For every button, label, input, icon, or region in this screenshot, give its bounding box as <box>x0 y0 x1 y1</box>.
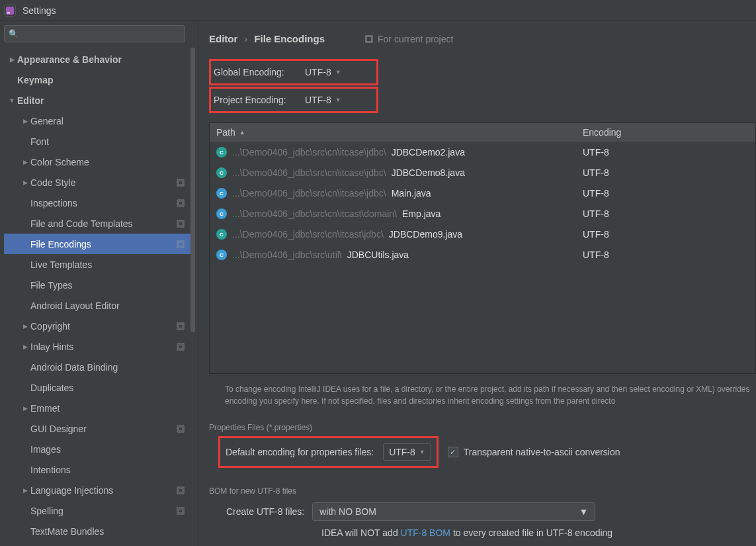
tree-item-font[interactable]: Font <box>4 131 192 152</box>
chevron-right-icon[interactable] <box>20 343 30 350</box>
encoding-table: Path ▲ Encoding C...\Demo0406_jdbc\src\c… <box>209 122 756 374</box>
svg-rect-17 <box>179 488 183 492</box>
bom-label: Create UTF-8 files: <box>226 506 304 517</box>
tree-item-file-and-code-templates[interactable]: File and Code Templates <box>4 213 192 234</box>
table-row[interactable]: C...\Demo0406_jdbc\src\cn\itcase\jdbc\JD… <box>210 162 755 183</box>
svg-rect-9 <box>179 242 183 246</box>
project-encoding-row: Project Encoding: UTF-8 ▼ <box>209 87 378 113</box>
table-row[interactable]: C...\Demo0406_jdbc\src\cn\itcast\domain\… <box>210 203 755 224</box>
chevron-right-icon[interactable] <box>20 487 30 494</box>
tree-item-keymap[interactable]: Keymap <box>4 69 192 90</box>
tree-item-editor[interactable]: Editor <box>4 90 192 111</box>
chevron-right-icon[interactable] <box>20 405 30 412</box>
breadcrumb-root: Editor <box>209 33 237 44</box>
tree-item-code-style[interactable]: Code Style <box>4 172 192 193</box>
cell-encoding[interactable]: UTF-8 <box>576 167 616 178</box>
cell-encoding[interactable]: UTF-8 <box>576 229 616 240</box>
tree-item-spelling[interactable]: Spelling <box>4 500 192 521</box>
tree-label: General <box>30 116 190 126</box>
cell-encoding[interactable]: UTF-8 <box>576 188 616 199</box>
table-row[interactable]: C...\Demo0406_jdbc\src\cn\itcase\jdbc\JD… <box>210 142 755 162</box>
breadcrumb: Editor › File Encodings For current proj… <box>209 33 756 44</box>
tree-label: Appearance & Behavior <box>17 54 190 65</box>
svg-rect-7 <box>179 222 183 226</box>
cell-encoding[interactable]: UTF-8 <box>576 250 616 260</box>
tree-label: Language Injections <box>30 485 177 496</box>
tree-item-android-layout-editor[interactable]: Android Layout Editor <box>4 295 192 316</box>
chevron-down-icon: ▼ <box>419 449 425 455</box>
bom-row: Create UTF-8 files: with NO BOM ▼ <box>226 502 756 521</box>
tree-label: Android Data Binding <box>30 362 190 373</box>
project-scope-icon <box>177 179 185 187</box>
cell-path: C...\Demo0406_jdbc\src\cn\itcast\domain\… <box>210 208 576 219</box>
table-row[interactable]: C...\Demo0406_jdbc\src\cn\itcast\jdbc\JD… <box>210 224 755 244</box>
tree-item-file-types[interactable]: File Types <box>4 275 192 295</box>
tree-label: Live Templates <box>30 259 190 270</box>
svg-rect-3 <box>179 181 183 185</box>
java-class-icon: C <box>216 229 227 240</box>
tree-item-general[interactable]: General <box>4 111 192 131</box>
tree-item-file-encodings[interactable]: File Encodings <box>4 234 192 254</box>
window-title: Settings <box>22 5 56 16</box>
tree-label: Copyright <box>30 321 177 332</box>
java-class-icon: C <box>216 147 227 158</box>
transparent-ascii-checkbox[interactable]: ✓ Transparent native-to-ascii conversion <box>448 447 620 457</box>
col-encoding[interactable]: Encoding <box>576 127 628 138</box>
chevron-down-icon: ▼ <box>335 97 341 103</box>
tree-item-intentions[interactable]: Intentions <box>4 459 192 480</box>
tree-item-inspections[interactable]: Inspections <box>4 193 192 213</box>
java-class-icon: C <box>216 250 227 260</box>
tree-item-android-data-binding[interactable]: Android Data Binding <box>4 357 192 377</box>
scrollbar[interactable] <box>190 48 195 332</box>
cell-encoding[interactable]: UTF-8 <box>576 147 616 158</box>
properties-encoding-combo[interactable]: UTF-8 ▼ <box>383 443 431 461</box>
tree-item-live-templates[interactable]: Live Templates <box>4 254 192 275</box>
svg-rect-13 <box>179 345 183 349</box>
global-encoding-combo[interactable]: UTF-8 ▼ <box>300 64 347 81</box>
tree-label: Emmet <box>30 403 190 414</box>
utf8-bom-link[interactable]: UTF-8 BOM <box>401 527 450 538</box>
chevron-right-icon[interactable] <box>20 159 30 165</box>
search-input[interactable]: 🔍 <box>4 25 185 42</box>
project-encoding-combo[interactable]: UTF-8 ▼ <box>300 91 347 109</box>
tree-label: File and Code Templates <box>30 218 177 229</box>
tree-item-appearance-behavior[interactable]: Appearance & Behavior <box>4 49 192 69</box>
tree-item-duplicates[interactable]: Duplicates <box>4 377 192 398</box>
tree-item-textmate-bundles[interactable]: TextMate Bundles <box>4 521 192 541</box>
cell-encoding[interactable]: UTF-8 <box>576 208 616 219</box>
tree-label: Spelling <box>30 506 177 516</box>
project-scope-icon <box>177 322 185 330</box>
col-path[interactable]: Path ▲ <box>210 127 576 138</box>
project-encoding-label: Project Encoding: <box>214 95 300 105</box>
tree-item-inlay-hints[interactable]: Inlay Hints <box>4 336 192 357</box>
chevron-right-icon[interactable] <box>20 118 30 124</box>
tree-item-language-injections[interactable]: Language Injections <box>4 480 192 500</box>
chevron-down-icon[interactable] <box>7 97 17 104</box>
tree-item-emmet[interactable]: Emmet <box>4 398 192 418</box>
tree-item-copyright[interactable]: Copyright <box>4 316 192 336</box>
chevron-right-icon[interactable] <box>20 323 30 330</box>
cell-path: C...\Demo0406_jdbc\src\util\JDBCUtils.ja… <box>210 250 576 260</box>
project-scope-icon <box>177 240 185 248</box>
properties-row: Default encoding for properties files: U… <box>218 436 439 468</box>
table-row[interactable]: C...\Demo0406_jdbc\src\cn\itcase\jdbc\Ma… <box>210 183 755 203</box>
tree-item-images[interactable]: Images <box>4 439 192 459</box>
java-class-icon: C <box>216 188 227 199</box>
tree-label: Color Scheme <box>30 157 190 167</box>
project-scope-icon <box>177 425 185 433</box>
project-scope-icon <box>177 507 185 515</box>
svg-text:C: C <box>220 211 224 217</box>
table-row[interactable]: C...\Demo0406_jdbc\src\util\JDBCUtils.ja… <box>210 244 755 265</box>
global-encoding-label: Global Encoding: <box>214 67 300 77</box>
chevron-right-icon[interactable] <box>20 179 30 186</box>
tree-label: Font <box>30 136 190 147</box>
svg-rect-11 <box>179 324 183 328</box>
cell-path: C...\Demo0406_jdbc\src\cn\itcast\jdbc\JD… <box>210 229 576 240</box>
chevron-right-icon[interactable] <box>7 56 17 63</box>
tree-item-color-scheme[interactable]: Color Scheme <box>4 152 192 172</box>
svg-text:C: C <box>220 170 224 176</box>
tree-item-gui-designer[interactable]: GUI Designer <box>4 418 192 439</box>
bom-section-title: BOM for new UTF-8 files <box>209 486 756 496</box>
tree-label: Code Style <box>30 177 177 188</box>
bom-combo[interactable]: with NO BOM ▼ <box>312 502 595 521</box>
